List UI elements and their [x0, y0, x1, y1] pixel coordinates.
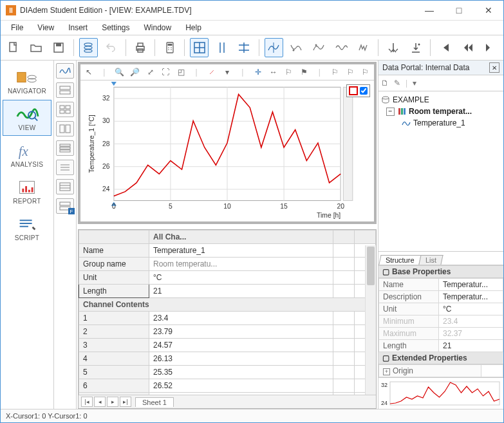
sheet-unit-value[interactable]: °C: [149, 271, 333, 285]
close-button[interactable]: ✕: [474, 1, 503, 20]
nav-report[interactable]: REPORT: [3, 173, 51, 209]
calculator-icon[interactable]: [160, 38, 179, 57]
save-icon[interactable]: [50, 38, 68, 57]
chart-zoom-y-icon[interactable]: ⤢: [145, 66, 156, 78]
chart-flag-remove-icon[interactable]: ⚐: [329, 66, 341, 78]
curve-cursor-icon[interactable]: [265, 38, 283, 57]
sheet-scrollbar[interactable]: [365, 245, 376, 395]
expand-icon[interactable]: +: [383, 368, 390, 375]
table-row[interactable]: 324.57: [79, 339, 376, 352]
table-row[interactable]: 426.13: [79, 352, 376, 366]
prop-desc-value[interactable]: Temperatur...: [439, 291, 503, 303]
chart-flag-interp-icon[interactable]: ⚐: [360, 66, 371, 78]
chart-zoom-reset-icon[interactable]: ⛶: [160, 66, 171, 78]
chart-move-point-icon[interactable]: ↔: [268, 66, 279, 78]
new-icon[interactable]: [5, 38, 23, 57]
layout-3h-icon[interactable]: [56, 140, 74, 156]
prop-len-value[interactable]: 21: [439, 340, 503, 352]
menu-settings[interactable]: Settings: [95, 22, 136, 33]
chart-flag-clear-icon[interactable]: ⚑: [298, 66, 310, 78]
nav-analysis[interactable]: fx ANALYSIS: [3, 136, 51, 173]
curve-min-icon[interactable]: [287, 38, 306, 57]
tab-list[interactable]: List: [418, 255, 443, 265]
curve-max-icon[interactable]: [310, 38, 328, 57]
tree-root[interactable]: EXAMPLE: [393, 95, 429, 104]
curve-harmonic-icon[interactable]: [332, 38, 351, 57]
svg-rect-88: [404, 108, 406, 115]
sparkline[interactable]: 32 24: [378, 377, 503, 409]
chart-add-point-icon[interactable]: ✛: [252, 66, 264, 78]
chart-legend[interactable]: [346, 84, 370, 97]
layout-filter-icon[interactable]: F: [56, 198, 74, 214]
chart-dropdown-icon[interactable]: ▾: [221, 66, 233, 78]
layout-list-icon[interactable]: [56, 160, 74, 175]
chart-zoom-out-icon[interactable]: 🔎: [129, 66, 141, 78]
collapse-icon[interactable]: ▢: [382, 353, 389, 362]
print-icon[interactable]: [131, 38, 149, 57]
nav-script[interactable]: SCRIPT: [3, 210, 51, 246]
scroll-start-icon[interactable]: [384, 38, 402, 57]
minimize-button[interactable]: ―: [415, 1, 444, 20]
undo-icon[interactable]: [102, 38, 120, 57]
chart-curve-icon[interactable]: ⟋: [206, 66, 218, 78]
legend-checkbox[interactable]: [360, 87, 368, 95]
table-row[interactable]: 626.52: [79, 379, 376, 393]
table-row[interactable]: 525.35: [79, 366, 376, 379]
sheet-tab[interactable]: Sheet 1: [135, 397, 174, 407]
go-next-icon[interactable]: [481, 38, 499, 57]
sheet-last-icon[interactable]: ▸|: [120, 397, 131, 407]
chart-zoom-in-icon[interactable]: 🔍: [114, 66, 126, 78]
menu-view[interactable]: View: [31, 22, 61, 33]
cursor-band-icon[interactable]: [212, 38, 231, 57]
menu-window[interactable]: Window: [138, 22, 178, 33]
data-stack-icon[interactable]: [79, 38, 98, 57]
scroll-end-icon[interactable]: [406, 38, 425, 57]
nav-navigator[interactable]: NAVIGATOR: [3, 63, 51, 99]
chart-flag-set-icon[interactable]: ⚐: [283, 66, 295, 78]
prop-origin-label[interactable]: Origin: [393, 366, 413, 375]
sheet-table[interactable]: All Cha... NameTemperature_1 Group nameR…: [79, 230, 376, 395]
sheet-length-value[interactable]: 21: [149, 285, 333, 298]
menu-file[interactable]: File: [5, 22, 30, 33]
portal-edit-icon[interactable]: ✎: [394, 79, 400, 88]
menu-help[interactable]: Help: [179, 22, 208, 33]
layout-curve-icon[interactable]: [56, 63, 74, 79]
layout-2v-icon[interactable]: [56, 121, 74, 136]
table-row[interactable]: 223.79: [79, 325, 376, 339]
curve-sideband-icon[interactable]: [355, 38, 373, 57]
portal-filter-icon[interactable]: ▾: [413, 79, 416, 88]
go-prev-icon[interactable]: [458, 38, 477, 57]
layout-2h-icon[interactable]: [56, 82, 74, 98]
sheet-allchannels-header[interactable]: All Cha...: [149, 230, 333, 244]
layout-4-icon[interactable]: [56, 102, 74, 117]
table-row[interactable]: 123.4: [79, 312, 376, 325]
tree-collapse-icon[interactable]: −: [386, 108, 395, 116]
go-first-icon[interactable]: [436, 38, 454, 57]
cursor-frame-icon[interactable]: [235, 38, 254, 57]
collapse-icon[interactable]: ▢: [382, 267, 389, 276]
portal-tree[interactable]: EXAMPLE − Room temperat... Temperature_1: [378, 91, 503, 238]
sheet-prev-icon[interactable]: ◂: [94, 397, 106, 407]
menu-insert[interactable]: Insert: [62, 22, 94, 33]
portal-new-icon[interactable]: 🗋: [381, 79, 389, 88]
prop-name-value[interactable]: Temperatur...: [439, 279, 503, 291]
open-icon[interactable]: [27, 38, 46, 57]
chart-flag-copy-icon[interactable]: ⚐: [344, 66, 356, 78]
tab-structure[interactable]: Structure: [378, 255, 421, 265]
sheet-name-value[interactable]: Temperature_1: [149, 244, 333, 258]
chart-pointer-icon[interactable]: ↖: [83, 66, 95, 78]
chart-area[interactable]: ↖ | 🔍 🔎 ⤢ ⛶ ◰ | ⟋ ▾ | ✛ ↔ ⚐ ⚑: [78, 62, 377, 224]
sheet-group-value[interactable]: Room temperatu...: [149, 258, 333, 271]
nav-view[interactable]: VIEW: [3, 100, 51, 136]
sheet-next-icon[interactable]: ▸: [107, 397, 118, 407]
maximize-button[interactable]: □: [444, 1, 474, 20]
portal-close-icon[interactable]: ✕: [489, 62, 499, 73]
tree-channel[interactable]: Temperature_1: [413, 118, 465, 127]
layout-stack-icon[interactable]: [56, 179, 74, 194]
table-row[interactable]: 725.74: [79, 393, 376, 395]
sheet-first-icon[interactable]: |◂: [81, 397, 93, 407]
chart-zoom-area-icon[interactable]: ◰: [175, 66, 187, 78]
prop-unit-value[interactable]: °C: [439, 303, 503, 315]
tree-group[interactable]: Room temperat...: [409, 107, 472, 116]
cursor-free-icon[interactable]: [190, 38, 209, 57]
